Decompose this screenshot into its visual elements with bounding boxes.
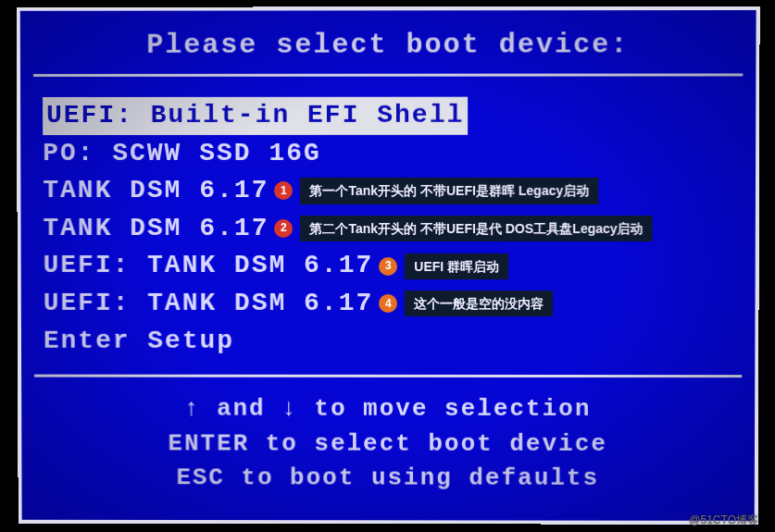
annotation-4-text: 这个一般是空的没内容 — [405, 291, 553, 316]
boot-option-uefi-shell[interactable]: UEFI: Built-in EFI Shell — [43, 96, 733, 134]
annotation-2-text: 第二个Tank开头的 不带UEFI是代 DOS工具盘Legacy启动 — [300, 216, 652, 241]
menu-title: Please select boot device: — [20, 10, 756, 74]
annotation-3: 3 UEFI 群晖启动 — [379, 254, 508, 279]
arrow-down-icon: ↓ — [281, 392, 298, 427]
boot-option-ssd[interactable]: PO: SCWW SSD 16G — [43, 134, 733, 172]
badge-4-icon: 4 — [379, 294, 397, 313]
boot-option-tank-2[interactable]: TANK DSM 6.17 2 第二个Tank开头的 不带UEFI是代 DOS工… — [43, 210, 732, 248]
boot-option-enter-setup[interactable]: Enter Setup — [44, 322, 733, 360]
watermark: @51CTO博客 — [689, 513, 758, 528]
annotation-3-text: UEFI 群晖启动 — [405, 254, 508, 279]
instruction-esc: ESC to boot using defaults — [21, 461, 755, 496]
boot-option-uefi-tank-1[interactable]: UEFI: TANK DSM 6.17 3 UEFI 群晖启动 — [44, 247, 733, 285]
annotation-4: 4 这个一般是空的没内容 — [379, 291, 553, 316]
badge-2-icon: 2 — [274, 219, 293, 238]
boot-option-tank-1[interactable]: TANK DSM 6.17 1 第一个Tank开头的 不带UEFI是群晖 Leg… — [43, 172, 733, 210]
boot-option-uefi-tank-2[interactable]: UEFI: TANK DSM 6.17 4 这个一般是空的没内容 — [44, 285, 733, 323]
annotation-1-text: 第一个Tank开头的 不带UEFI是群晖 Legacy启动 — [300, 178, 598, 204]
badge-1-icon: 1 — [274, 181, 293, 200]
annotation-1: 1 第一个Tank开头的 不带UEFI是群晖 Legacy启动 — [274, 178, 598, 204]
instructions: ↑ and ↓ to move selection ENTER to selec… — [21, 377, 755, 521]
boot-device-list: UEFI: Built-in EFI Shell PO: SCWW SSD 16… — [20, 76, 756, 375]
badge-3-icon: 3 — [379, 257, 397, 276]
instruction-enter: ENTER to select boot device — [21, 427, 755, 462]
arrow-up-icon: ↑ — [184, 392, 201, 427]
annotation-2: 2 第二个Tank开头的 不带UEFI是代 DOS工具盘Legacy启动 — [274, 216, 652, 241]
bios-boot-menu: Please select boot device: UEFI: Built-i… — [17, 6, 760, 525]
instruction-arrows: ↑ and ↓ to move selection — [21, 391, 755, 427]
